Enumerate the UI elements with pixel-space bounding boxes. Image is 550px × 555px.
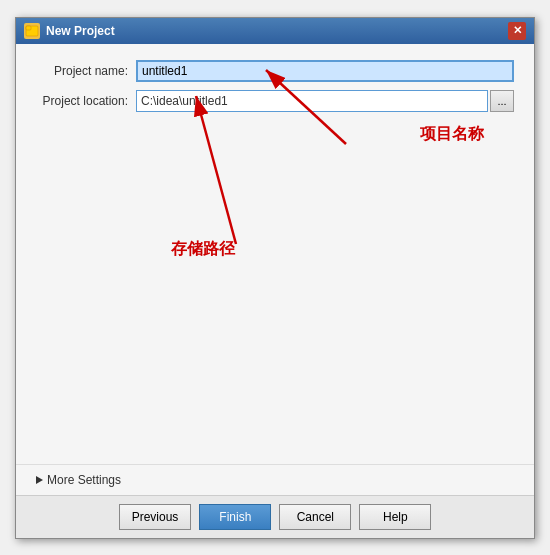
svg-line-4	[196, 96, 236, 244]
dialog-footer: Previous Finish Cancel Help	[16, 495, 534, 538]
project-name-input[interactable]	[136, 60, 514, 82]
project-location-input[interactable]	[136, 90, 488, 112]
help-button[interactable]: Help	[359, 504, 431, 530]
label-project-name-cn: 项目名称	[420, 124, 484, 145]
new-project-dialog: New Project ✕ Project name: Project loca…	[15, 17, 535, 539]
browse-button[interactable]: ...	[490, 90, 514, 112]
svg-rect-1	[26, 26, 31, 30]
project-location-row: Project location: ...	[36, 90, 514, 112]
dialog-title: New Project	[46, 24, 115, 38]
finish-button[interactable]: Finish	[199, 504, 271, 530]
triangle-icon	[36, 476, 43, 484]
more-settings-toggle[interactable]: More Settings	[36, 473, 514, 487]
dialog-icon	[24, 23, 40, 39]
title-bar: New Project ✕	[16, 18, 534, 44]
dialog-body: Project name: Project location: ...	[16, 44, 534, 464]
more-settings-label: More Settings	[47, 473, 121, 487]
project-location-label: Project location:	[36, 94, 136, 108]
title-bar-left: New Project	[24, 23, 115, 39]
close-button[interactable]: ✕	[508, 22, 526, 40]
label-project-location-cn: 存储路径	[171, 239, 235, 260]
previous-button[interactable]: Previous	[119, 504, 192, 530]
cancel-button[interactable]: Cancel	[279, 504, 351, 530]
project-name-label: Project name:	[36, 64, 136, 78]
more-settings-section[interactable]: More Settings	[16, 464, 534, 495]
project-name-row: Project name:	[36, 60, 514, 82]
